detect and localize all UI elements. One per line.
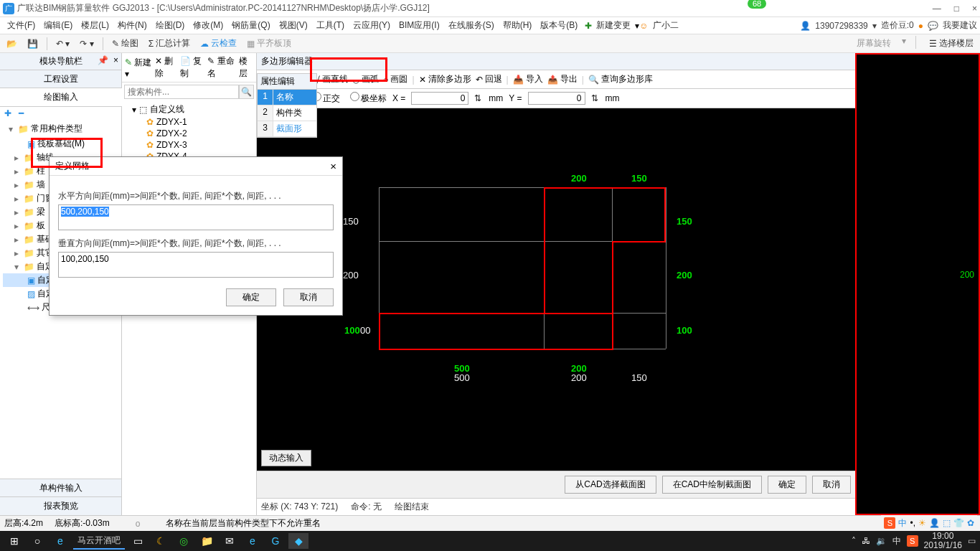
- menu-version[interactable]: 版本号(B): [536, 18, 582, 33]
- clear-polygon-button[interactable]: ✕ 清除多边形: [419, 73, 471, 85]
- close-panel-icon[interactable]: ×: [113, 55, 118, 65]
- action-center-icon[interactable]: ▭: [968, 536, 976, 546]
- notification-badge[interactable]: 68: [748, 0, 766, 9]
- ok-button[interactable]: 确定: [768, 476, 806, 494]
- clock[interactable]: 19:00 2019/1/16: [924, 532, 962, 550]
- drawing-canvas[interactable]: 200 150 150 200 100 00 150 200 100 500 5…: [257, 108, 855, 471]
- menu-help[interactable]: 帮助(H): [499, 18, 537, 33]
- search-input[interactable]: [124, 85, 239, 99]
- expand-icon[interactable]: ▾: [132, 105, 136, 115]
- tree-item[interactable]: 常用构件类型: [31, 123, 83, 135]
- sogou-taskbar-icon[interactable]: S: [907, 535, 918, 547]
- pin-icon[interactable]: 📌: [98, 55, 108, 65]
- menu-edit[interactable]: 编辑(E): [39, 18, 77, 33]
- dialog-cancel-button[interactable]: 取消: [283, 288, 334, 306]
- cloud-check-button[interactable]: ☁ 云检查: [197, 36, 240, 51]
- ime-indicator[interactable]: 中: [892, 535, 901, 547]
- tree-item[interactable]: 柱: [37, 165, 45, 177]
- list-item[interactable]: ZDYX-3: [156, 140, 187, 150]
- flat-slab-button[interactable]: ▦ 平齐板顶: [243, 36, 295, 51]
- sum-button[interactable]: Σ 汇总计算: [145, 36, 194, 51]
- copy-button[interactable]: 📄 复制: [180, 55, 205, 80]
- x-input[interactable]: [411, 92, 468, 105]
- menu-rebar[interactable]: 钢筋量(Q): [227, 18, 274, 33]
- expand-icon[interactable]: ▸: [14, 166, 22, 176]
- tray-icon[interactable]: •,: [910, 518, 915, 528]
- select-floor-button[interactable]: ☰ 选择楼层: [925, 36, 977, 51]
- maximize-button[interactable]: □: [954, 4, 959, 14]
- tree-root[interactable]: 自定义线: [150, 103, 184, 116]
- cancel-button[interactable]: 取消: [812, 476, 851, 494]
- tree-expand-icon[interactable]: ✚: [4, 108, 11, 118]
- list-item[interactable]: ZDYX-1: [156, 117, 187, 127]
- new-button[interactable]: ✎ 新建 ▾: [125, 57, 152, 79]
- menu-bim[interactable]: BIM应用(I): [395, 18, 444, 33]
- undo-polygon-button[interactable]: ↶ 回退: [476, 73, 502, 85]
- tree-item[interactable]: 板: [37, 220, 45, 232]
- menu-modify[interactable]: 修改(M): [189, 18, 227, 33]
- expand-icon[interactable]: ▸: [14, 221, 22, 231]
- redo-icon[interactable]: ↷ ▾: [76, 37, 97, 50]
- expand-icon[interactable]: ▸: [14, 153, 22, 163]
- expand-icon[interactable]: ▸: [14, 180, 22, 190]
- import-button[interactable]: 📥 导入: [513, 73, 543, 85]
- tray-icon[interactable]: 👤: [929, 518, 940, 528]
- undo-icon[interactable]: ↶ ▾: [52, 37, 73, 50]
- folder-icon[interactable]: 📁: [197, 533, 217, 549]
- menu-cloud[interactable]: 云应用(Y): [349, 18, 395, 33]
- expand-icon[interactable]: ▸: [14, 194, 22, 204]
- prop-type[interactable]: 构件类: [273, 105, 316, 121]
- menu-component[interactable]: 构件(N): [113, 18, 151, 33]
- query-lib-button[interactable]: 🔍 查询多边形库: [588, 73, 653, 85]
- tray-icon[interactable]: ☀: [918, 518, 926, 528]
- tree-item-raft[interactable]: 筏板基础(M): [37, 138, 85, 150]
- suggest-button[interactable]: 我要建议: [943, 19, 977, 32]
- in-cad-button[interactable]: 在CAD中绘制截面图: [662, 476, 762, 494]
- edge-icon[interactable]: e: [242, 533, 263, 549]
- menu-online[interactable]: 在线服务(S): [444, 18, 499, 33]
- expand-icon[interactable]: ▾: [14, 262, 22, 272]
- minimize-button[interactable]: —: [933, 4, 941, 14]
- tray-up-icon[interactable]: ˄: [852, 536, 856, 546]
- sogou-icon[interactable]: S: [884, 517, 895, 529]
- dialog-close-button[interactable]: ×: [330, 160, 336, 172]
- close-button[interactable]: ×: [972, 4, 977, 14]
- y-stepper[interactable]: ⇅: [591, 93, 598, 103]
- dynamic-input-button[interactable]: 动态输入: [261, 450, 311, 466]
- export-button[interactable]: 📤 导出: [547, 73, 578, 85]
- list-item[interactable]: ZDYX-2: [156, 128, 187, 138]
- radio-polar[interactable]: 极坐标: [346, 92, 387, 105]
- browser-tab[interactable]: 马云开酒吧: [73, 533, 125, 550]
- ime-icon[interactable]: 中: [898, 517, 907, 529]
- mail-icon[interactable]: ✉: [220, 533, 240, 549]
- dialog-ok-button[interactable]: 确定: [226, 288, 276, 306]
- y-input[interactable]: [528, 92, 585, 105]
- ie-icon[interactable]: e: [50, 533, 70, 549]
- nav-section-settings[interactable]: 工程设置: [0, 70, 122, 89]
- draw-arc-button[interactable]: ◡ 画弧: [352, 73, 379, 85]
- new-change-button[interactable]: 新建变更: [592, 18, 635, 33]
- expand-icon[interactable]: ▸: [14, 248, 22, 258]
- nav-section-report[interactable]: 报表预览: [0, 496, 122, 516]
- screen-rotate-button[interactable]: 屏幕旋转: [853, 36, 895, 51]
- start-button[interactable]: ⊞: [4, 533, 24, 549]
- expand-icon[interactable]: ▸: [14, 207, 22, 217]
- taskview-icon[interactable]: ▭: [128, 533, 148, 549]
- tree-item[interactable]: 墙: [37, 179, 45, 191]
- vertical-spacing-input[interactable]: 100,200,150: [58, 252, 334, 278]
- open-icon[interactable]: 📂: [3, 37, 21, 50]
- draw-line-button[interactable]: ⧸ 画直线: [316, 73, 348, 85]
- network-icon[interactable]: 🖧: [862, 536, 870, 546]
- volume-icon[interactable]: 🔉: [876, 536, 887, 546]
- phone-number[interactable]: 13907298339: [815, 21, 867, 31]
- tree-item[interactable]: 梁: [37, 206, 45, 218]
- search-button[interactable]: 🔍: [239, 85, 254, 99]
- rename-button[interactable]: ✎ 重命名: [207, 55, 236, 80]
- prop-section[interactable]: 截面形: [273, 121, 316, 136]
- app-icon[interactable]: ☾: [151, 533, 171, 549]
- prop-name[interactable]: 名称: [273, 90, 316, 105]
- menu-tool[interactable]: 工具(T): [312, 18, 349, 33]
- expand-icon[interactable]: ▾: [9, 124, 16, 134]
- tree-collapse-icon[interactable]: ━: [19, 108, 24, 118]
- nav-section-draw[interactable]: 绘图输入: [0, 88, 122, 107]
